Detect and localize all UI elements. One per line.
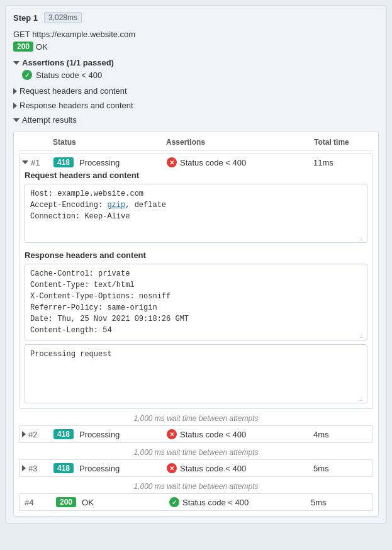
attempt-2-num-label: #2 <box>28 430 37 439</box>
attempt-row-4: #4 200 OK Status code < 400 5ms <box>19 493 373 511</box>
attempt-4-status: 200 OK <box>56 497 169 507</box>
attempt-1-assertion: Status code < 400 <box>167 157 313 167</box>
attempt-2-assertion-icon <box>167 429 177 439</box>
assertions-toggle-icon <box>13 61 20 65</box>
assertions-toggle[interactable]: Assertions (1/1 passed) <box>13 57 379 69</box>
wait-time-2: 1,000 ms wait time between attempts <box>19 446 373 459</box>
step-title: Step 1 <box>13 13 38 23</box>
wait-time-3: 1,000 ms wait time between attempts <box>19 480 373 493</box>
attempt-3-assertion-text: Status code < 400 <box>180 464 246 473</box>
attempt-1-status-badge: 418 <box>53 157 74 167</box>
attempt-3-top: #3 418 Processing Status code < 400 5ms <box>20 460 372 476</box>
http-method: GET <box>13 30 30 39</box>
assertions-header: Assertions (1/1 passed) <box>22 58 114 67</box>
col-num <box>21 138 53 147</box>
step-time-badge: 3,028ms <box>44 12 82 23</box>
attempt-row-3: #3 418 Processing Status code < 400 5ms <box>19 459 373 477</box>
resp-body-resize: ⟂ <box>359 395 366 401</box>
attempt-1-assertion-text: Status code < 400 <box>180 158 246 167</box>
response-headers-toggle-icon <box>13 103 17 109</box>
attempt-4-num-label: #4 <box>25 498 33 507</box>
gzip-link[interactable]: gzip <box>107 201 125 210</box>
attempt-3-assertion-icon <box>167 463 177 473</box>
attempt-1-time: 11ms <box>313 158 370 167</box>
attempt-1-req-headers-content: Host: example.website.com Accept-Encodin… <box>30 188 362 239</box>
attempt-results-toggle-icon <box>13 118 20 122</box>
attempt-4-status-text: OK <box>82 498 94 507</box>
attempt-2-assertion: Status code < 400 <box>167 429 313 439</box>
attempt-1-num[interactable]: #1 <box>22 158 53 167</box>
attempt-1-resp-headers-content: Cache-Control: private Content-Type: tex… <box>30 268 362 336</box>
attempt-4-num: #4 <box>25 498 56 507</box>
request-headers-label: Request headers and content <box>20 86 127 96</box>
attempt-1-toggle-icon <box>22 160 28 164</box>
attempt-4-time: 5ms <box>311 498 367 507</box>
attempt-1-assertion-icon <box>167 157 177 167</box>
attempt-1-req-headers-box[interactable]: Host: example.website.com Accept-Encodin… <box>25 184 367 243</box>
attempt-2-status-badge: 418 <box>53 429 74 439</box>
attempt-results-label: Attempt results <box>22 115 77 125</box>
attempt-3-toggle-icon <box>22 465 26 471</box>
response-headers-label: Response headers and content <box>20 101 133 110</box>
attempt-1-req-headers-title: Request headers and content <box>25 171 367 180</box>
attempt-4-status-badge: 200 <box>56 497 76 507</box>
attempt-3-status: 418 Processing <box>53 463 167 473</box>
attempt-1-resp-headers-title: Response headers and content <box>25 250 367 260</box>
attempt-1-expanded-content: Request headers and content Host: exampl… <box>20 171 372 408</box>
col-status: Status <box>53 138 166 147</box>
attempt-3-status-badge: 418 <box>53 463 74 473</box>
main-container: Step 1 3,028ms GET https://example.websi… <box>5 5 387 524</box>
attempt-4-assertion-icon <box>169 497 179 507</box>
status-line: 200 OK <box>13 42 379 52</box>
attempt-1-resp-body-box[interactable]: Processing request ⟂ <box>25 344 367 403</box>
resp-headers-resize: ⟂ <box>359 332 366 339</box>
attempt-3-num-label: #3 <box>28 464 37 473</box>
attempt-1-status: 418 Processing <box>53 157 167 167</box>
col-total-time: Total time <box>314 138 371 147</box>
attempt-row-1: #1 418 Processing Status code < 400 11ms… <box>19 154 373 409</box>
attempt-3-assertion: Status code < 400 <box>167 463 313 473</box>
attempt-results-toggle[interactable]: Attempt results <box>13 114 379 126</box>
attempt-1-resp-headers-box[interactable]: Cache-Control: private Content-Type: tex… <box>25 264 367 340</box>
col-assertions: Assertions <box>166 138 314 147</box>
attempt-3-time: 5ms <box>313 464 370 473</box>
attempt-1-status-text: Processing <box>79 158 120 167</box>
main-status-text: OK <box>36 42 48 52</box>
attempt-2-status: 418 Processing <box>53 429 167 439</box>
attempt-row-2: #2 418 Processing Status code < 400 4ms <box>19 425 373 443</box>
request-headers-toggle-icon <box>13 88 17 94</box>
attempt-2-time: 4ms <box>313 430 370 439</box>
attempt-2-top: #2 418 Processing Status code < 400 4ms <box>20 426 372 442</box>
attempt-2-status-text: Processing <box>79 430 120 439</box>
attempt-results-table: Status Assertions Total time #1 418 Proc… <box>13 131 379 517</box>
attempt-3-num[interactable]: #3 <box>22 464 53 473</box>
attempt-2-toggle-icon <box>22 431 26 437</box>
attempt-4-assertion: Status code < 400 <box>169 497 311 507</box>
main-status-badge: 200 <box>13 42 33 52</box>
assertion-text: Status code < 400 <box>36 70 102 80</box>
assertion-check-icon <box>22 70 32 80</box>
wait-time-1: 1,000 ms wait time between attempts <box>19 412 373 425</box>
assertion-row-1: Status code < 400 <box>13 69 379 81</box>
request-headers-toggle[interactable]: Request headers and content <box>13 85 379 97</box>
table-header: Status Assertions Total time <box>19 137 373 151</box>
attempt-1-top: #1 418 Processing Status code < 400 11ms <box>20 154 372 171</box>
attempt-1-num-label: #1 <box>31 158 40 167</box>
attempt-2-assertion-text: Status code < 400 <box>180 430 246 439</box>
assertions-section: Assertions (1/1 passed) Status code < 40… <box>13 57 379 81</box>
req-headers-resize: ⟂ <box>359 235 366 241</box>
attempt-3-status-text: Processing <box>79 464 120 473</box>
url-line: GET https://example.website.com <box>13 30 379 39</box>
response-headers-toggle[interactable]: Response headers and content <box>13 99 379 111</box>
url-value: https://example.website.com <box>32 30 135 39</box>
attempt-1-resp-body-content: Processing request <box>30 349 362 399</box>
attempt-2-num[interactable]: #2 <box>22 430 53 439</box>
attempt-4-assertion-text: Status code < 400 <box>182 498 249 507</box>
step-header: Step 1 3,028ms <box>13 12 379 23</box>
